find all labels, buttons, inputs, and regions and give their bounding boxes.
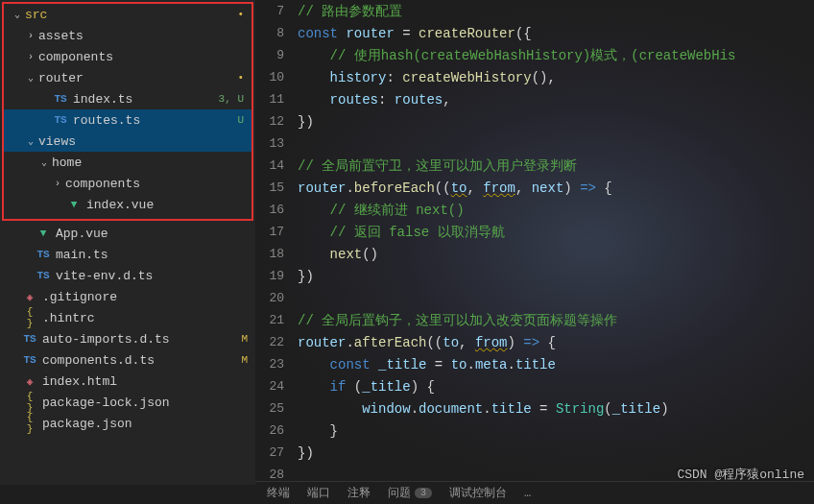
- code-content: }): [298, 445, 814, 461]
- code-line[interactable]: 10 history: createWebHistory(),: [255, 66, 814, 88]
- file-label: routes.ts: [73, 113, 237, 128]
- code-line[interactable]: 8const router = createRouter({: [255, 22, 814, 44]
- line-number: 25: [255, 401, 298, 416]
- file-label: .gitignore: [42, 290, 248, 304]
- line-number: 15: [255, 180, 298, 195]
- code-line[interactable]: 18 next(): [255, 243, 814, 265]
- watermark: CSDN @程序猿online: [677, 466, 804, 483]
- code-line[interactable]: 27}): [255, 442, 814, 464]
- file-label: index.ts: [73, 92, 219, 107]
- code-content: routes: routes,: [298, 92, 814, 108]
- git-status: M: [241, 354, 248, 366]
- code-content: }): [298, 269, 814, 284]
- line-number: 16: [255, 203, 298, 217]
- file-package.json[interactable]: { }package.json: [0, 413, 255, 434]
- folder-src[interactable]: ⌄src•: [4, 4, 251, 25]
- file-package-lock.json[interactable]: { }package-lock.json: [0, 392, 255, 413]
- code-content: window.document.title = String(_title): [298, 401, 814, 417]
- line-number: 27: [255, 445, 298, 460]
- vue-icon: ▼: [65, 199, 83, 210]
- file-icon: ◈: [21, 375, 38, 388]
- line-number: 17: [255, 225, 298, 239]
- chevron-down-icon: ⌄: [23, 72, 38, 84]
- typescript-icon: TS: [52, 93, 69, 105]
- tab-more[interactable]: …: [524, 487, 531, 500]
- file-label: index.html: [42, 374, 248, 389]
- line-number: 21: [255, 313, 298, 327]
- tab-debug-console[interactable]: 调试控制台: [449, 485, 507, 501]
- tab-port[interactable]: 端口: [307, 485, 330, 501]
- line-number: 11: [255, 92, 298, 107]
- file-App.vue[interactable]: ▼App.vue: [0, 223, 255, 244]
- code-content: // 继续前进 next(): [298, 202, 814, 219]
- problems-badge: 3: [415, 488, 432, 498]
- folder-home[interactable]: ⌄home: [4, 152, 251, 173]
- code-content: history: createWebHistory(),: [298, 70, 814, 85]
- code-line[interactable]: 23 const _title = to.meta.title: [255, 353, 814, 375]
- file-components.d.ts[interactable]: TScomponents.d.tsM: [0, 349, 255, 371]
- line-number: 20: [255, 291, 298, 305]
- code-content: next(): [298, 247, 814, 262]
- code-line[interactable]: 16 // 继续前进 next(): [255, 199, 814, 221]
- tab-comment[interactable]: 注释: [347, 485, 371, 501]
- line-number: 13: [255, 136, 298, 151]
- code-line[interactable]: 7// 路由参数配置: [255, 0, 814, 22]
- chevron-down-icon: ⌄: [10, 9, 25, 20]
- file-label: package.json: [42, 417, 248, 431]
- folder-label: components: [38, 50, 244, 64]
- code-line[interactable]: 9 // 使用hash(createWebHashHistory)模式，(cre…: [255, 44, 814, 66]
- file-vite-env.d.ts[interactable]: TSvite-env.d.ts: [0, 265, 255, 286]
- line-number: 22: [255, 335, 298, 349]
- file-icon: ◈: [21, 291, 38, 303]
- code-line[interactable]: 24 if (_title) {: [255, 375, 814, 397]
- chevron-right-icon: ›: [50, 179, 65, 189]
- vue-icon: ▼: [35, 228, 52, 239]
- modified-dot-icon: •: [237, 9, 244, 20]
- code-line[interactable]: 12}): [255, 110, 814, 132]
- code-line[interactable]: 22router.afterEach((to, from) => {: [255, 331, 814, 353]
- file-index.html[interactable]: ◈index.html: [0, 371, 255, 392]
- folder-components[interactable]: ›components: [4, 46, 251, 67]
- code-editor[interactable]: 7// 路由参数配置8const router = createRouter({…: [255, 0, 814, 485]
- file-label: App.vue: [56, 227, 248, 241]
- folder-views[interactable]: ⌄views: [4, 131, 251, 152]
- line-number: 14: [255, 158, 298, 173]
- file-auto-imports.d.ts[interactable]: TSauto-imports.d.tsM: [0, 328, 255, 349]
- json-icon: { }: [21, 412, 38, 435]
- line-number: 12: [255, 114, 298, 129]
- code-line[interactable]: 25 window.document.title = String(_title…: [255, 397, 814, 420]
- file-label: package-lock.json: [42, 396, 248, 410]
- file-main.ts[interactable]: TSmain.ts: [0, 244, 255, 265]
- code-line[interactable]: 14// 全局前置守卫，这里可以加入用户登录判断: [255, 155, 814, 177]
- file-index.vue[interactable]: ▼index.vue: [4, 194, 251, 215]
- file-explorer[interactable]: ⌄src•›assets›components⌄router•TSindex.t…: [0, 0, 255, 485]
- chevron-down-icon: ⌄: [23, 135, 38, 147]
- file-label: .hintrc: [42, 311, 248, 325]
- code-line[interactable]: 26 }: [255, 420, 814, 442]
- file-.hintrc[interactable]: { }.hintrc: [0, 307, 255, 328]
- file-label: main.ts: [56, 248, 248, 262]
- file-.gitignore[interactable]: ◈.gitignore: [0, 286, 255, 307]
- code-line[interactable]: 21// 全局后置钩子，这里可以加入改变页面标题等操作: [255, 309, 814, 331]
- code-line[interactable]: 15router.beforeEach((to, from, next) => …: [255, 177, 814, 199]
- line-number: 26: [255, 423, 298, 438]
- code-content: const router = createRouter({: [298, 26, 814, 41]
- code-line[interactable]: 13: [255, 132, 814, 155]
- folder-assets[interactable]: ›assets: [4, 25, 251, 46]
- code-content: router.afterEach((to, from) => {: [298, 335, 814, 350]
- json-icon: { }: [21, 391, 38, 414]
- folder-components[interactable]: ›components: [4, 173, 251, 194]
- folder-router[interactable]: ⌄router•: [4, 67, 251, 88]
- code-content: // 返回 false 以取消导航: [298, 224, 814, 241]
- typescript-icon: TS: [35, 249, 52, 260]
- file-routes.ts[interactable]: TSroutes.tsU: [4, 109, 251, 131]
- code-line[interactable]: 11 routes: routes,: [255, 88, 814, 110]
- code-line[interactable]: 17 // 返回 false 以取消导航: [255, 221, 814, 243]
- tab-problems[interactable]: 问题 3: [388, 485, 432, 501]
- folder-label: home: [52, 156, 244, 170]
- code-line[interactable]: 19}): [255, 265, 814, 287]
- code-line[interactable]: 20: [255, 287, 814, 309]
- file-index.ts[interactable]: TSindex.ts3, U: [4, 88, 251, 109]
- typescript-icon: TS: [21, 333, 38, 345]
- tab-terminal[interactable]: 终端: [267, 485, 290, 501]
